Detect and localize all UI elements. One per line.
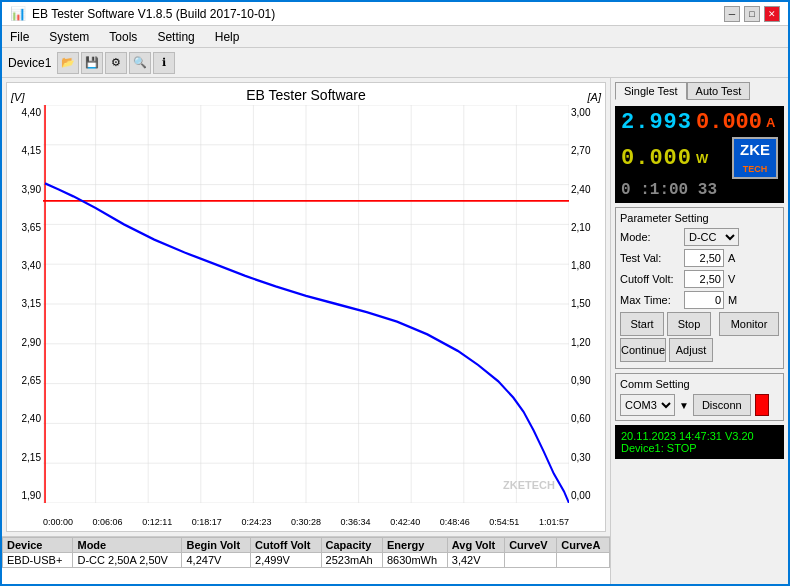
y-axis-right-unit: [A] [588, 91, 601, 103]
cell-avg-volt: 3,42V [447, 553, 504, 568]
toolbar: Device1 📂 💾 ⚙ 🔍 ℹ [2, 48, 788, 78]
menu-file[interactable]: File [6, 29, 33, 45]
current-display: 0.000 [696, 110, 762, 135]
test-val-row: Test Val: A [620, 249, 779, 267]
table-row: EBD-USB+ D-CC 2,50A 2,50V 4,247V 2,499V … [3, 553, 610, 568]
cell-device: EBD-USB+ [3, 553, 73, 568]
tab-auto-test[interactable]: Auto Test [687, 82, 751, 100]
left-content: EB Tester Software [V] [A] 4,40 4,15 3,9… [2, 78, 610, 584]
cell-begin-volt: 4,247V [182, 553, 251, 568]
cell-curvea [557, 553, 610, 568]
cell-curvev [505, 553, 557, 568]
col-begin-volt: Begin Volt [182, 538, 251, 553]
chart-area: EB Tester Software [V] [A] 4,40 4,15 3,9… [6, 82, 606, 532]
comm-indicator [755, 394, 769, 416]
action-buttons-row1: Start Stop Monitor [620, 312, 779, 336]
info-icon[interactable]: ℹ [153, 52, 175, 74]
y-axis-left: 4,40 4,15 3,90 3,65 3,40 3,15 2,90 2,65 … [7, 107, 43, 501]
maximize-button[interactable]: □ [744, 6, 760, 22]
cutoff-volt-unit: V [728, 273, 735, 285]
disconnect-button[interactable]: Disconn [693, 394, 751, 416]
y-axis-left-unit: [V] [11, 91, 24, 103]
col-energy: Energy [382, 538, 447, 553]
parameter-setting-panel: Parameter Setting Mode: D-CC D-CV D-CR D… [615, 207, 784, 369]
zke-sub-text: TECH [743, 164, 768, 174]
cell-energy: 8630mWh [382, 553, 447, 568]
max-time-unit: M [728, 294, 737, 306]
tab-bar: Single Test Auto Test [615, 82, 784, 100]
max-time-label: Max Time: [620, 294, 680, 306]
col-avg-volt: Avg Volt [447, 538, 504, 553]
start-button[interactable]: Start [620, 312, 664, 336]
cutoff-volt-input[interactable] [684, 270, 724, 288]
open-icon[interactable]: 📂 [57, 52, 79, 74]
comm-setting-panel: Comm Setting COM3 COM1 COM2 ▼ Disconn [615, 373, 784, 421]
max-time-input[interactable] [684, 291, 724, 309]
app-window: 📊 EB Tester Software V1.8.5 (Build 2017-… [0, 0, 790, 586]
col-curvea: CurveA [557, 538, 610, 553]
cutoff-volt-row: Cutoff Volt: V [620, 270, 779, 288]
test-val-unit: A [728, 252, 735, 264]
menu-system[interactable]: System [45, 29, 93, 45]
tab-single-test[interactable]: Single Test [615, 82, 687, 100]
col-curvev: CurveV [505, 538, 557, 553]
test-val-label: Test Val: [620, 252, 680, 264]
zke-logo-text: ZKE [740, 141, 770, 158]
app-icon: 📊 [10, 6, 26, 21]
stop-button[interactable]: Stop [667, 312, 711, 336]
status-display: 20.11.2023 14:47:31 V3.20 Device1: STOP [615, 425, 784, 459]
max-time-row: Max Time: M [620, 291, 779, 309]
time-row: 0 :1:00 33 [621, 181, 778, 199]
content-area: EB Tester Software [V] [A] 4,40 4,15 3,9… [2, 78, 788, 584]
status-line2: Device1: STOP [621, 442, 778, 454]
watermark: ZKETECH [503, 479, 555, 491]
chart-title: EB Tester Software [7, 83, 605, 105]
y-axis-right: 3,00 2,70 2,40 2,10 1,80 1,50 1,20 0,90 … [569, 107, 605, 501]
device-label: Device1 [8, 56, 51, 70]
x-axis: 0:00:00 0:06:06 0:12:11 0:18:17 0:24:23 … [43, 517, 569, 527]
search-icon[interactable]: 🔍 [129, 52, 151, 74]
menu-setting[interactable]: Setting [153, 29, 198, 45]
menu-bar: File System Tools Setting Help [2, 26, 788, 48]
data-table: Device Mode Begin Volt Cutoff Volt Capac… [2, 536, 610, 584]
continue-button[interactable]: Continue [620, 338, 666, 362]
power-display: 0.000 [621, 146, 692, 171]
cell-cutoff-volt: 2,499V [251, 553, 322, 568]
col-mode: Mode [73, 538, 182, 553]
col-device: Device [3, 538, 73, 553]
status-line1: 20.11.2023 14:47:31 V3.20 [621, 430, 778, 442]
comm-controls-row: COM3 COM1 COM2 ▼ Disconn [620, 394, 779, 416]
menu-tools[interactable]: Tools [105, 29, 141, 45]
window-title: EB Tester Software V1.8.5 (Build 2017-10… [32, 7, 275, 21]
voltage-current-row: 2.993 0.000 A [621, 110, 778, 135]
cell-capacity: 2523mAh [321, 553, 382, 568]
cutoff-volt-label: Cutoff Volt: [620, 273, 680, 285]
settings-icon[interactable]: ⚙ [105, 52, 127, 74]
monitor-button[interactable]: Monitor [719, 312, 779, 336]
comm-section-title: Comm Setting [620, 378, 779, 390]
dropdown-icon: ▼ [679, 400, 689, 411]
minimize-button[interactable]: ─ [724, 6, 740, 22]
menu-help[interactable]: Help [211, 29, 244, 45]
current-unit: A [766, 115, 775, 130]
zke-logo-box: ZKE TECH [732, 137, 778, 179]
param-section-title: Parameter Setting [620, 212, 779, 224]
comm-port-select[interactable]: COM3 COM1 COM2 [620, 394, 675, 416]
time-display: 0 :1:00 33 [621, 181, 717, 199]
power-unit: W [696, 151, 708, 166]
power-logo-row: 0.000 W ZKE TECH [621, 137, 778, 179]
adjust-button[interactable]: Adjust [669, 338, 713, 362]
mode-row: Mode: D-CC D-CV D-CR D-CP [620, 228, 779, 246]
run-data-panel: 2.993 0.000 A 0.000 W ZKE TECH 0 :1:00 [615, 106, 784, 203]
window-controls: ─ □ ✕ [724, 6, 780, 22]
right-panel: Single Test Auto Test 2.993 0.000 A 0.00… [610, 78, 788, 584]
col-capacity: Capacity [321, 538, 382, 553]
col-cutoff-volt: Cutoff Volt [251, 538, 322, 553]
mode-select[interactable]: D-CC D-CV D-CR D-CP [684, 228, 739, 246]
voltage-display: 2.993 [621, 110, 692, 135]
title-bar: 📊 EB Tester Software V1.8.5 (Build 2017-… [2, 2, 788, 26]
save-icon[interactable]: 💾 [81, 52, 103, 74]
cell-mode: D-CC 2,50A 2,50V [73, 553, 182, 568]
close-button[interactable]: ✕ [764, 6, 780, 22]
test-val-input[interactable] [684, 249, 724, 267]
